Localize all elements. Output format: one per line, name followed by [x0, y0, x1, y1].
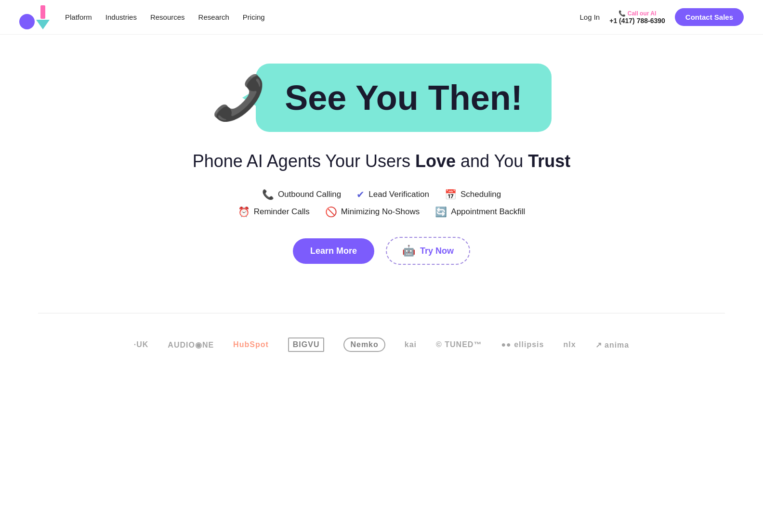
call-info: 📞 Call our AI +1 (417) 788-6390: [609, 10, 665, 25]
bubble-text: See You Then!: [285, 78, 522, 117]
feature-scheduling: 📅 Scheduling: [445, 189, 501, 200]
hero-headline: Phone AI Agents Your Users Love and You …: [193, 151, 571, 171]
headline-plain: Phone AI Agents Your Users: [193, 151, 415, 171]
learn-more-button[interactable]: Learn More: [293, 238, 374, 264]
scheduling-label: Scheduling: [460, 190, 501, 199]
outbound-calling-icon: 📞: [262, 189, 274, 200]
logo-triangle: [36, 20, 50, 29]
feature-reminder-calls: ⏰ Reminder Calls 🚫 Minimizing No-Shows 🔄…: [111, 206, 653, 218]
scheduling-icon: 📅: [445, 189, 457, 200]
no-shows-label: Minimizing No-Shows: [341, 207, 420, 217]
nav-links: Platform Industries Resources Research P…: [65, 13, 265, 21]
backfill-label: Appointment Backfill: [451, 207, 525, 217]
nav-platform[interactable]: Platform: [65, 13, 92, 21]
try-now-button[interactable]: 🤖 Try Now: [386, 237, 470, 265]
logos-row: ·UK AUDIO◉NE HubSpot BIGVU Nemko kai © T…: [0, 337, 763, 381]
headline-mid: and You: [456, 151, 528, 171]
lead-verification-label: Lead Verification: [368, 190, 429, 199]
robot-icon: 🤖: [402, 245, 415, 257]
logo-hubspot: HubSpot: [233, 340, 269, 349]
nav-industries[interactable]: Industries: [105, 13, 137, 21]
logo-tuned: © TUNED™: [436, 340, 482, 349]
logo-audioone: AUDIO◉NE: [168, 340, 214, 350]
logo-nemko: Nemko: [343, 337, 385, 352]
phone-number[interactable]: +1 (417) 788-6390: [609, 17, 665, 25]
feature-outbound-calling: 📞 Outbound Calling: [262, 189, 341, 200]
logo-kai: kai: [405, 340, 417, 349]
hero-phone-icon: 📞: [211, 73, 265, 123]
nav-resources[interactable]: Resources: [150, 13, 185, 21]
section-divider: [38, 313, 725, 313]
outbound-calling-label: Outbound Calling: [278, 190, 341, 199]
nav-research[interactable]: Research: [198, 13, 229, 21]
hero-bubble-wrap: 📞 See You Then!: [211, 64, 551, 132]
call-label: Call our AI: [628, 10, 657, 17]
logo-nlx: nlx: [563, 340, 576, 349]
features-list: 📞 Outbound Calling ✔ Lead Verification 📅…: [111, 189, 653, 218]
speech-bubble: See You Then!: [256, 64, 551, 132]
logo-ellipsis: ●● ellipsis: [501, 340, 544, 349]
logo[interactable]: [19, 5, 50, 29]
contact-sales-button[interactable]: Contact Sales: [675, 8, 744, 26]
headline-bold2: Trust: [528, 151, 570, 171]
logo-uk: ·UK: [134, 340, 149, 349]
headline-bold1: Love: [415, 151, 456, 171]
nav-pricing[interactable]: Pricing: [243, 13, 265, 21]
login-link[interactable]: Log In: [579, 13, 600, 21]
try-now-label: Try Now: [420, 246, 454, 256]
no-shows-icon: 🚫: [325, 206, 337, 218]
backfill-icon: 🔄: [435, 206, 447, 218]
logo-anima: ↗ anima: [595, 340, 630, 350]
reminder-calls-icon: ⏰: [238, 206, 250, 218]
lead-verification-icon: ✔: [356, 189, 365, 200]
reminder-calls-label: Reminder Calls: [254, 207, 310, 217]
feature-lead-verification: ✔ Lead Verification: [356, 189, 429, 200]
navbar: Platform Industries Resources Research P…: [0, 0, 763, 35]
logo-bigvu: BIGVU: [288, 337, 325, 352]
hero-section: 📞 See You Then! Phone AI Agents Your Use…: [0, 35, 763, 313]
cta-row: Learn More 🤖 Try Now: [293, 237, 470, 265]
logo-circle: [19, 14, 35, 29]
phone-icon: 📞: [618, 10, 626, 17]
logo-bar: [40, 5, 45, 19]
